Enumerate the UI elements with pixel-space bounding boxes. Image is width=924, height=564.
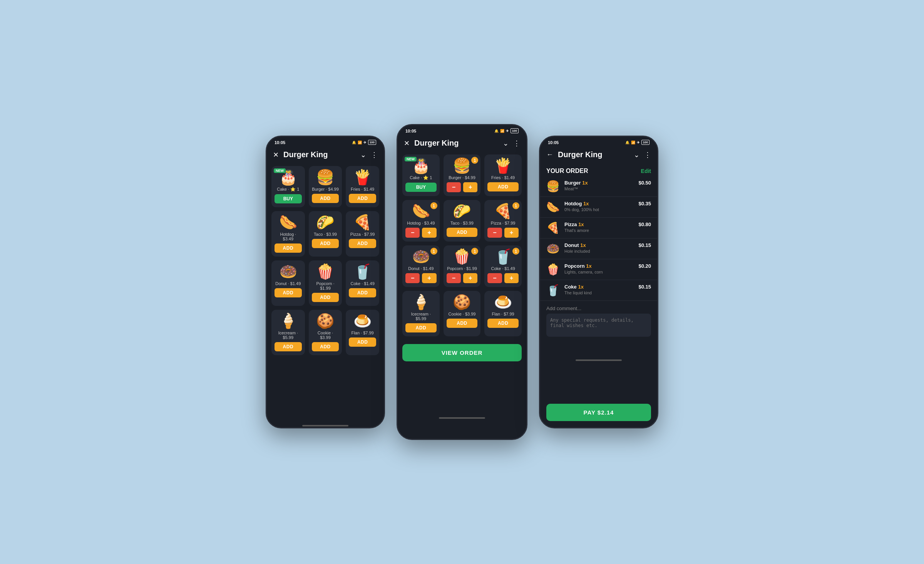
close-icon-center[interactable]: ✕ [404, 139, 410, 148]
badge-pizza-c: 1 [512, 202, 519, 209]
menu-item-popcorn-center: 1 🍿 Popcorn · $1.99 − + [444, 245, 481, 287]
time-center: 10:05 [405, 129, 416, 133]
add-button-burger-left[interactable]: ADD [312, 194, 339, 203]
app-title-right: Durger King [558, 150, 629, 159]
status-bar-right: 10:05 🔔 📶 ✈ 100 [540, 137, 657, 146]
order-details-donut: Donut 1x Hole included [564, 242, 634, 253]
chevron-down-icon-right[interactable]: ⌄ [634, 151, 639, 159]
app-header-left: ✕ Durger King ⌄ ⋮ [267, 146, 384, 163]
qty-controls-hotdog: − + [405, 228, 437, 238]
order-details-coke: Coke 1x The liquid kind [564, 284, 634, 295]
add-button-pizza-left[interactable]: ADD [349, 239, 376, 248]
menu-item-fries-left: 🍟 Fries · $1.49 ADD [346, 166, 379, 207]
add-button-cookie-c[interactable]: ADD [447, 319, 478, 328]
menu-item-hotdog-left: 🌭 Hotdog · $3.49 ADD [271, 211, 305, 257]
plus-button-coke[interactable]: + [504, 273, 519, 283]
order-details-popcorn: Popcorn 1x Lights, camera, corn [564, 263, 634, 274]
battery-right: 100 [641, 140, 649, 145]
status-icons-center: 🔔 📶 ✈ 100 [494, 128, 519, 133]
menu-grid-left: NEW 🎂 Cake · ⭐ 1 BUY 🍔 Burger · $4.99 AD… [271, 163, 379, 358]
add-button-hotdog-left[interactable]: ADD [275, 243, 302, 253]
order-item-burger: 🍔 Burger 1x Meat™ $0.50 [540, 176, 657, 197]
order-emoji-hotdog: 🌭 [546, 201, 560, 213]
more-icon-left[interactable]: ⋮ [371, 151, 378, 159]
add-button-fries-left[interactable]: ADD [349, 194, 376, 203]
app-title-left: Durger King [283, 150, 356, 159]
back-icon-right[interactable]: ← [546, 151, 553, 159]
menu-item-donut-center: 1 🍩 Donut · $1.49 − + [402, 245, 440, 287]
chevron-down-icon-center[interactable]: ⌄ [503, 139, 509, 148]
status-bar-center: 10:05 🔔 📶 ✈ 100 [398, 125, 526, 135]
plus-button-burger[interactable]: + [463, 182, 477, 192]
qty-controls-popcorn: − + [447, 273, 478, 283]
plus-button-donut[interactable]: + [422, 273, 436, 283]
menu-item-popcorn-left: 🍿 Popcorn · $1.99 ADD [309, 260, 342, 306]
comment-placeholder-label: Add comment... [546, 306, 651, 311]
more-icon-right[interactable]: ⋮ [644, 151, 651, 159]
order-details-hotdog: Hotdog 1x 0% dog, 100% hot [564, 201, 634, 212]
order-emoji-pizza: 🍕 [546, 222, 560, 234]
menu-grid-center: NEW 🎂 Cake · ⭐ 1 BUY 1 🍔 Burger · $4.99 … [402, 151, 522, 339]
time-right: 10:05 [548, 140, 559, 145]
phone-center: 10:05 🔔 📶 ✈ 100 ✕ Durger King ⌄ ⋮ NEW 🎂 … [397, 124, 527, 440]
view-order-button[interactable]: VIEW ORDER [402, 344, 522, 361]
phone-left: 10:05 🔔 📶 ✈ 100 ✕ Durger King ⌄ ⋮ NEW 🎂 … [266, 136, 385, 428]
edit-order-button[interactable]: Edit [641, 168, 651, 174]
pay-button[interactable]: PAY $2.14 [546, 404, 651, 421]
menu-item-pizza-center: 1 🍕 Pizza · $7.99 − + [484, 200, 522, 242]
order-details-burger: Burger 1x Meat™ [564, 180, 634, 191]
add-button-donut-left[interactable]: ADD [275, 288, 302, 297]
phones-container: 10:05 🔔 📶 ✈ 100 ✕ Durger King ⌄ ⋮ NEW 🎂 … [266, 124, 658, 440]
menu-item-burger-left: 🍔 Burger · $4.99 ADD [309, 166, 342, 207]
badge-hotdog-c: 1 [430, 202, 437, 209]
plus-button-popcorn[interactable]: + [463, 273, 477, 283]
buy-button-cake-c[interactable]: BUY [405, 183, 437, 192]
add-button-icecream-left[interactable]: ADD [275, 342, 302, 351]
add-button-taco-left[interactable]: ADD [312, 239, 339, 248]
order-emoji-burger: 🍔 [546, 180, 560, 193]
new-badge-cake-c: NEW [405, 157, 417, 161]
menu-item-cookie-left: 🍪 Cookie · $3.99 ADD [309, 310, 342, 355]
menu-item-icecream-center: 🍦 Icecream · $5.99 ADD [402, 291, 440, 336]
badge-coke-c: 1 [512, 248, 519, 255]
menu-item-flan-center: 🍮 Flan · $7.99 ADD [484, 291, 522, 336]
add-button-popcorn-left[interactable]: ADD [312, 293, 339, 302]
menu-item-flan-left: 🍮 Flan · $7.99 ADD [346, 310, 379, 355]
plus-button-pizza[interactable]: + [504, 228, 519, 238]
status-icons-right: 🔔 📶 ✈ 100 [625, 140, 649, 145]
menu-item-hotdog-center: 1 🌭 Hotdog · $3.49 − + [402, 200, 440, 242]
comment-input[interactable] [546, 314, 651, 337]
add-button-cookie-left[interactable]: ADD [312, 342, 339, 351]
order-item-donut: 🍩 Donut 1x Hole included $0.15 [540, 238, 657, 259]
menu-item-coke-left: 🥤 Coke · $1.49 ADD [346, 260, 379, 306]
add-button-flan-c[interactable]: ADD [487, 319, 519, 328]
order-item-hotdog: 🌭 Hotdog 1x 0% dog, 100% hot $0.35 [540, 197, 657, 218]
minus-button-popcorn[interactable]: − [447, 273, 461, 283]
plus-button-hotdog[interactable]: + [422, 228, 436, 238]
add-button-taco-c[interactable]: ADD [447, 228, 478, 237]
add-button-coke-left[interactable]: ADD [349, 288, 376, 297]
menu-item-coke-center: 1 🥤 Coke · $1.49 − + [484, 245, 522, 287]
minus-button-coke[interactable]: − [487, 273, 502, 283]
minus-button-burger[interactable]: − [447, 182, 461, 192]
badge-donut-c: 1 [430, 248, 437, 255]
buy-button-cake[interactable]: BUY [275, 194, 302, 203]
order-emoji-coke: 🥤 [546, 284, 560, 297]
order-emoji-popcorn: 🍿 [546, 263, 560, 276]
minus-button-pizza[interactable]: − [487, 228, 502, 238]
your-order-label: YOUR ORDER [546, 168, 588, 175]
add-button-fries-c[interactable]: ADD [487, 182, 519, 191]
badge-popcorn-c: 1 [471, 248, 478, 255]
minus-button-hotdog[interactable]: − [405, 228, 420, 238]
add-button-flan-left[interactable]: ADD [349, 337, 376, 347]
order-item-popcorn: 🍿 Popcorn 1x Lights, camera, corn $0.20 [540, 259, 657, 280]
menu-item-fries-center: 🍟 Fries · $1.49 ADD [484, 154, 522, 196]
add-button-icecream-c[interactable]: ADD [405, 323, 437, 332]
menu-item-icecream-left: 🍦 Icecream · $5.99 ADD [271, 310, 305, 355]
chevron-down-icon-left[interactable]: ⌄ [360, 151, 366, 159]
battery-center: 100 [511, 128, 519, 133]
order-details-pizza: Pizza 1x That's amore [564, 222, 634, 233]
minus-button-donut[interactable]: − [405, 273, 420, 283]
more-icon-center[interactable]: ⋮ [513, 139, 520, 148]
close-icon-left[interactable]: ✕ [273, 151, 279, 159]
